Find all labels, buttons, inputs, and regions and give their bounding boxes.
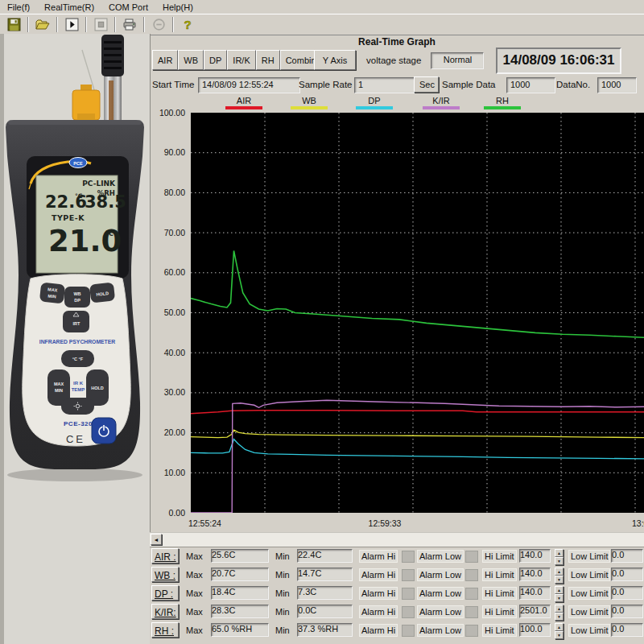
hi-limit-value-field[interactable]: 100.0 bbox=[519, 623, 551, 637]
voltage-stage-field[interactable]: Normal bbox=[431, 52, 484, 69]
spinner-down-button[interactable]: ▼ bbox=[555, 631, 564, 639]
svg-text:?: ? bbox=[184, 18, 191, 31]
spinner-up-button[interactable]: ▲ bbox=[555, 568, 564, 576]
spinner-down-button[interactable]: ▼ bbox=[555, 576, 564, 584]
alarm-low-indicator bbox=[465, 588, 478, 600]
hi-limit-value-field[interactable]: 140.0 bbox=[519, 586, 551, 600]
max-label: Max bbox=[186, 607, 203, 617]
hi-limit-spinner[interactable]: ▲▼ bbox=[555, 605, 564, 620]
spinner-up-button[interactable]: ▲ bbox=[555, 549, 564, 557]
legend-item-kir: K/IR bbox=[423, 96, 460, 109]
hi-limit-spinner[interactable]: ▲▼ bbox=[555, 549, 564, 564]
max-value-field[interactable]: 65.0 %RH bbox=[211, 623, 269, 637]
min-value-field[interactable]: 37.3 %RH bbox=[297, 623, 353, 637]
hi-limit-value-field[interactable]: 2501.0 bbox=[519, 605, 551, 618]
save-button[interactable] bbox=[4, 16, 23, 33]
channel-label-button[interactable]: AIR : bbox=[151, 548, 179, 564]
channel-button-rh[interactable]: RH bbox=[256, 50, 280, 70]
series-line-rh bbox=[191, 251, 644, 338]
channel-label-button[interactable]: WB : bbox=[151, 567, 179, 582]
channel-button-wb[interactable]: WB bbox=[178, 50, 204, 70]
channel-label-button[interactable]: DP : bbox=[151, 585, 179, 601]
low-limit-label: Low Limit bbox=[568, 624, 610, 637]
low-limit-value-field[interactable]: 0.0 bbox=[611, 605, 643, 618]
legend-item-dp: DP bbox=[356, 96, 393, 109]
x-axis-tick-label: 13:0 bbox=[632, 518, 644, 528]
spinner-down-button[interactable]: ▼ bbox=[555, 613, 564, 621]
channel-button-air[interactable]: AIR bbox=[152, 50, 178, 70]
hi-limit-value-field[interactable]: 140.0 bbox=[519, 568, 551, 581]
start-time-label: Start Time bbox=[152, 80, 194, 89]
alarm-low-label: Alarm Low bbox=[417, 587, 464, 600]
horizontal-scrollbar[interactable]: ◄ bbox=[150, 532, 644, 547]
channel-label-button[interactable]: K/IR: bbox=[151, 604, 179, 619]
sample-data-field[interactable]: 1000 bbox=[506, 77, 555, 93]
alarm-low-label: Alarm Low bbox=[417, 624, 464, 637]
toolbar: ? bbox=[0, 14, 644, 35]
min-value-field[interactable]: 22.4C bbox=[297, 549, 353, 563]
low-limit-label: Low Limit bbox=[568, 605, 610, 618]
max-value-field[interactable]: 18.4C bbox=[211, 586, 269, 600]
lcd-main-temp-unit: °C bbox=[105, 230, 114, 237]
sec-button[interactable]: Sec bbox=[414, 76, 439, 93]
spinner-up-button[interactable]: ▲ bbox=[555, 586, 564, 594]
help-button[interactable]: ? bbox=[178, 16, 197, 33]
channel-label-button[interactable]: RH : bbox=[151, 622, 179, 638]
play-icon bbox=[65, 18, 79, 31]
toolbar-separator bbox=[85, 17, 87, 32]
lcd-pc-link: PC-LINK bbox=[82, 180, 116, 188]
hi-limit-spinner[interactable]: ▲▼ bbox=[555, 586, 564, 601]
hi-limit-spinner[interactable]: ▲▼ bbox=[555, 623, 564, 638]
hi-limit-label: Hi Limit bbox=[482, 605, 517, 618]
sample-rate-field[interactable]: 1 bbox=[354, 77, 416, 93]
disconnect-button[interactable] bbox=[149, 16, 168, 33]
device-model-label: PCE-320 bbox=[64, 420, 93, 427]
alarm-hi-label: Alarm Hi bbox=[359, 568, 398, 581]
scroll-left-button[interactable]: ◄ bbox=[151, 534, 162, 545]
low-limit-value-field[interactable]: 0.0 bbox=[611, 549, 643, 563]
max-value-field[interactable]: 25.6C bbox=[211, 549, 269, 563]
hi-limit-value-field[interactable]: 140.0 bbox=[519, 549, 551, 563]
min-value-field[interactable]: 0.0C bbox=[297, 605, 353, 618]
min-label: Min bbox=[275, 607, 290, 617]
channel-button-dp[interactable]: DP bbox=[204, 50, 227, 70]
y-axis-tick-label: 30.00 bbox=[148, 387, 185, 397]
y-axis-tick-label: 60.00 bbox=[148, 267, 185, 277]
open-folder-icon bbox=[35, 19, 50, 31]
legend-color-bar bbox=[356, 106, 393, 109]
y-axis-tick-label: 80.00 bbox=[148, 188, 185, 197]
spinner-up-button[interactable]: ▲ bbox=[555, 623, 564, 631]
low-limit-value-field[interactable]: 0.0 bbox=[611, 586, 643, 600]
y-axis-button[interactable]: Y Axis bbox=[314, 50, 356, 70]
min-value-field[interactable]: 14.7C bbox=[297, 568, 353, 581]
low-limit-label: Low Limit bbox=[568, 568, 610, 581]
legend-label: DP bbox=[356, 96, 393, 105]
data-no-field[interactable]: 1000 bbox=[597, 77, 637, 93]
save-icon bbox=[7, 18, 21, 31]
menu-help[interactable]: Help(H) bbox=[155, 2, 200, 13]
start-button[interactable] bbox=[62, 16, 81, 33]
print-button[interactable] bbox=[120, 16, 139, 33]
menu-com-port[interactable]: COM Port bbox=[101, 2, 155, 13]
menu-file[interactable]: File(f) bbox=[0, 2, 37, 13]
max-value-field[interactable]: 20.7C bbox=[211, 568, 269, 581]
min-value-field[interactable]: 7.3C bbox=[297, 586, 353, 600]
x-axis-tick-label: 12:59:33 bbox=[369, 518, 402, 528]
spinner-up-button[interactable]: ▲ bbox=[555, 605, 564, 613]
start-time-field[interactable]: 14/08/09 12:55:24 bbox=[198, 77, 300, 93]
sample-data-label: Sample Data bbox=[442, 80, 495, 89]
stop-button[interactable] bbox=[91, 16, 110, 33]
channel-button-irk[interactable]: IR/K bbox=[227, 50, 255, 70]
hi-limit-label: Hi Limit bbox=[482, 568, 517, 581]
clock-display: 14/08/09 16:06:31 bbox=[496, 47, 621, 74]
toolbar-separator bbox=[56, 17, 58, 32]
low-limit-value-field[interactable]: 0.0 bbox=[611, 623, 643, 637]
menu-realtime[interactable]: RealTime(R) bbox=[37, 2, 101, 13]
spinner-down-button[interactable]: ▼ bbox=[555, 594, 564, 602]
max-value-field[interactable]: 28.3C bbox=[211, 605, 269, 618]
spinner-down-button[interactable]: ▼ bbox=[555, 557, 564, 565]
hi-limit-spinner[interactable]: ▲▼ bbox=[555, 568, 564, 583]
open-button[interactable] bbox=[33, 16, 52, 33]
low-limit-value-field[interactable]: 0.0 bbox=[611, 568, 643, 581]
lcd-humidity: 38.5 bbox=[85, 192, 126, 212]
